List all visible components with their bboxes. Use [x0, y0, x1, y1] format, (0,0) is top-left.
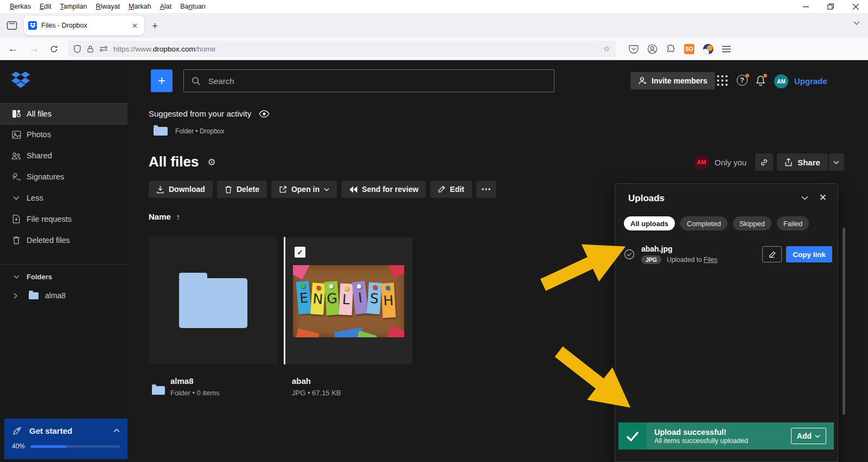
folder-icon — [29, 292, 39, 299]
share-dropdown-button[interactable] — [829, 153, 844, 171]
firefox-view-icon[interactable] — [7, 21, 17, 30]
sidebar-folders-header[interactable]: Folders — [0, 270, 127, 283]
back-icon[interactable]: ← — [8, 43, 18, 55]
paper-scrap — [355, 331, 377, 337]
gear-icon[interactable]: ⚙ — [207, 157, 215, 168]
window-restore-button[interactable] — [818, 0, 843, 13]
progress-bar — [30, 445, 120, 448]
sidebar-item-all-files[interactable]: All files — [0, 103, 127, 125]
get-started-panel[interactable]: Get started 40% — [4, 419, 127, 459]
invite-members-button[interactable]: Invite members — [630, 72, 715, 89]
permissions-icon[interactable] — [99, 46, 108, 52]
paper-scrap — [388, 265, 404, 278]
window-minimize-button[interactable] — [793, 0, 818, 13]
more-actions-button[interactable] — [476, 181, 496, 198]
page-title-row: All files ⚙ — [149, 153, 216, 170]
create-plus-button[interactable]: + — [151, 69, 173, 92]
extension-swirl-icon[interactable] — [703, 44, 713, 54]
delete-button[interactable]: Delete — [217, 181, 267, 198]
sidebar-item-signatures[interactable]: Signatures — [0, 166, 127, 187]
sort-ascending-icon[interactable]: ↑ — [176, 212, 181, 221]
app-menu-icon[interactable] — [722, 46, 731, 53]
dropbox-logo[interactable] — [11, 72, 30, 88]
browser-tab-active[interactable]: Files - Dropbox ✕ — [24, 16, 144, 35]
file-meta: JPG • 67.15 KB — [292, 389, 341, 397]
search-input[interactable] — [207, 76, 546, 86]
tab-close-icon[interactable]: ✕ — [130, 21, 140, 31]
apps-grid-icon[interactable] — [717, 75, 727, 86]
sidebar-item-shared[interactable]: Shared — [0, 145, 127, 166]
reload-icon[interactable] — [50, 45, 58, 53]
bookmark-star-icon[interactable]: ☆ — [603, 44, 610, 54]
collapse-chevron-icon[interactable] — [801, 196, 808, 200]
file-name[interactable]: alma8 — [170, 376, 220, 386]
extensions-puzzle-icon[interactable] — [666, 44, 675, 54]
send-for-review-button[interactable]: Send for review — [341, 181, 426, 198]
close-icon[interactable]: ✕ — [819, 192, 827, 203]
chevron-down-icon — [11, 275, 21, 279]
url-bar[interactable]: https://www.dropbox.com/home ☆ — [68, 41, 616, 57]
chevron-right-icon[interactable] — [12, 293, 18, 299]
search-bar[interactable] — [183, 69, 554, 92]
rename-pencil-button[interactable] — [762, 246, 782, 262]
file-caption-abah[interactable]: abah JPG • 67.15 KB — [292, 376, 341, 397]
upload-item-row[interactable]: abah.jpg JPG Uploaded to Files Copy link — [615, 240, 839, 268]
sidebar-folder-alma8[interactable]: alma8 — [0, 285, 127, 306]
menu-bookmarks[interactable]: Markah — [124, 0, 156, 13]
paper-scrap — [386, 325, 404, 337]
suggested-card[interactable]: Folder • Dropbox — [154, 127, 224, 136]
menu-view[interactable]: Tampilan — [55, 0, 91, 13]
user-avatar[interactable]: AM — [774, 74, 788, 88]
shield-icon[interactable] — [73, 44, 81, 53]
menu-history[interactable]: Riwayat — [92, 0, 124, 13]
file-checkbox[interactable]: ✓ — [295, 247, 305, 258]
photos-icon — [11, 131, 21, 139]
file-card-abah[interactable]: ✓ E N G L I S H — [284, 237, 412, 364]
sidebar-item-less[interactable]: Less — [0, 188, 127, 208]
help-icon[interactable]: ? — [737, 75, 748, 86]
filter-completed[interactable]: Completed — [680, 216, 727, 230]
menu-help[interactable]: Bantuan — [176, 0, 210, 13]
file-caption-alma8[interactable]: alma8 Folder • 0 items — [152, 376, 220, 397]
owner-avatar[interactable]: AM — [694, 155, 709, 170]
filter-all-uploads[interactable]: All uploads — [624, 216, 675, 230]
window-close-button[interactable] — [843, 0, 868, 13]
open-in-button[interactable]: Open in — [271, 181, 337, 198]
list-all-tabs-icon[interactable] — [853, 21, 860, 25]
notifications-bell-icon[interactable] — [755, 75, 766, 86]
menu-file[interactable]: Berkas — [5, 0, 35, 13]
help-notification-dot — [745, 74, 749, 78]
add-dropdown-button[interactable]: Add — [791, 428, 826, 444]
pocket-icon[interactable] — [629, 44, 639, 54]
action-toolbar: Download Delete Open in Send for review … — [149, 181, 496, 198]
page-scrollbar[interactable] — [843, 228, 845, 415]
sort-header-name[interactable]: Name ↑ — [149, 212, 180, 221]
file-card-alma8[interactable] — [149, 237, 277, 364]
uploaded-to-link[interactable]: Files — [704, 256, 717, 264]
copy-link-button[interactable]: Copy link — [786, 246, 832, 262]
download-button[interactable]: Download — [149, 181, 213, 198]
chevron-up-icon[interactable] — [113, 428, 120, 433]
add-label: Add — [797, 432, 812, 440]
lock-icon[interactable] — [87, 45, 94, 53]
upgrade-link[interactable]: Upgrade — [794, 76, 827, 86]
eye-icon[interactable] — [259, 110, 270, 118]
file-name[interactable]: abah — [292, 376, 341, 386]
filter-failed[interactable]: Failed — [777, 216, 809, 230]
edit-button[interactable]: Edit — [430, 181, 471, 198]
progress-percent: 40% — [12, 442, 25, 450]
filter-skipped[interactable]: Skipped — [733, 216, 771, 230]
share-button[interactable]: Share — [777, 153, 828, 171]
sidebar-item-photos[interactable]: Photos — [0, 124, 127, 145]
upload-file-name: abah.jpg — [641, 245, 762, 253]
new-tab-button[interactable]: + — [152, 21, 158, 31]
account-icon[interactable] — [647, 44, 658, 54]
dropbox-favicon — [28, 21, 37, 30]
copy-link-icon-button[interactable] — [755, 153, 773, 171]
sidebar-item-deleted-files[interactable]: Deleted files — [0, 230, 127, 251]
sidebar-item-file-requests[interactable]: File requests — [0, 209, 127, 229]
extension-so-icon[interactable]: SO — [684, 44, 694, 54]
forward-icon[interactable]: → — [29, 43, 39, 55]
menu-tools[interactable]: Alat — [156, 0, 176, 13]
menu-edit[interactable]: Edit — [35, 0, 56, 13]
